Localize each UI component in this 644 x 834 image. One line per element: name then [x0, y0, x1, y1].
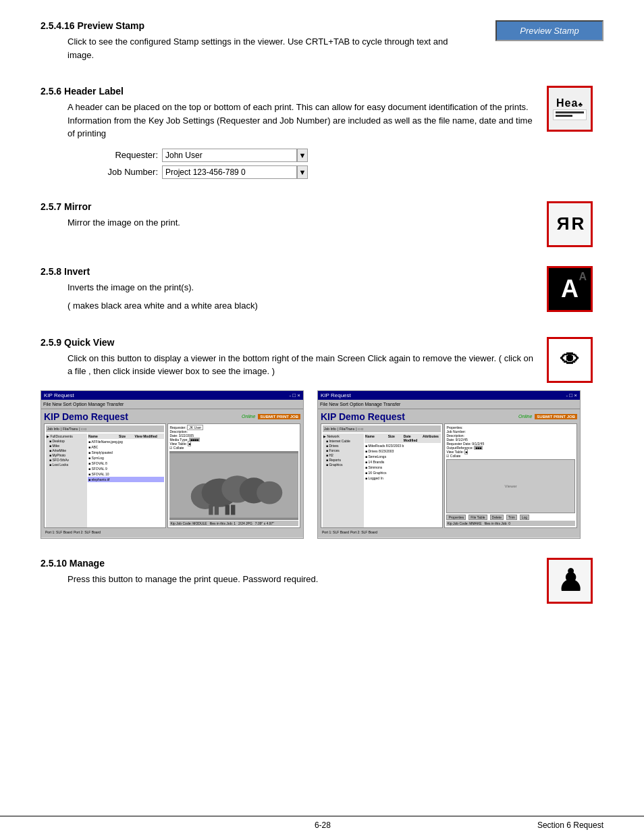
heading-2-5-6: 2.5.6 Header Label [41, 86, 536, 97]
screenshot-1-body: KIP Demo Request Online SUBMIT PRINT JOB… [41, 409, 303, 538]
file2-item-3: ■ SemeLongs [365, 454, 441, 459]
file-item-1: ■ AFFileName.jpeg.jpg [88, 439, 164, 444]
file-item-3: ■ Simply\pasted [88, 450, 164, 455]
heading-2-5-7: 2.5.7 Mirror [41, 201, 536, 212]
requester-row: Requester: ▼ [95, 149, 536, 162]
mirror-icon: Я R [557, 213, 583, 234]
file2-item-5: ■ Simmons [365, 465, 441, 470]
screenshot-1-right-panel: Requester: JK User Description: Date: 3/… [167, 423, 300, 528]
heading-2-5-10: 2.5.10 Manage [41, 558, 536, 569]
tree-item-5: ■ MyPhoto [49, 453, 86, 457]
screenshot-2-title-bar: KIP Request [321, 392, 351, 398]
section-2-5-9: 2.5.9 Quick View Click on this button to… [41, 337, 603, 539]
file-item-4: ■ SymLog [88, 455, 164, 461]
screenshot-2-status-bar: Kip Job Code: MMAKE files in this Job: 0 [446, 521, 575, 526]
body-2-5-4-16: Click to see the configured Stamp settin… [68, 35, 468, 61]
tree2-item-3: ■ Drives [326, 444, 363, 448]
body-2-5-7: Mirror the image on the print. [68, 216, 536, 230]
footer-section-num-val: 6 [566, 820, 571, 830]
header-line-1 [556, 111, 584, 113]
invert-shadow-icon: A [579, 271, 587, 283]
body-2-5-9: Click on this button to display a viewer… [68, 352, 536, 378]
screenshot-1-controls: - □ × [289, 392, 300, 398]
bottom-bar: 6-28 Section 6 Request [0, 816, 644, 834]
file2-item-2: ■ Drives 8/23/2003 [365, 448, 441, 454]
tab-properties: Properties [446, 515, 466, 520]
screenshot-1-toolbar: File New Sort Option Manage Transfer [41, 400, 303, 409]
body-2-5-10: Press this button to manage the print qu… [68, 573, 536, 586]
tree-item-4: ■ ArkeMike [49, 448, 86, 452]
header-label-icon: Hea♣ [547, 86, 593, 132]
tree-item-3: ■ Mike [49, 444, 86, 448]
screenshot-2-controls: - □ × [566, 392, 577, 398]
heading-2-5-4-16: 2.5.4.16 Preview Stamp [41, 20, 468, 31]
file-item-6: ■ SFOVAL 9 [88, 466, 164, 471]
section-2-5-6: 2.5.6 Header Label A header can be place… [41, 86, 603, 182]
requester-dropdown-arrow[interactable]: ▼ [297, 149, 308, 162]
screenshot-2-header: KIP Request - □ × [318, 391, 580, 400]
screenshot-2: KIP Request - □ × File New Sort Option M… [317, 390, 581, 539]
form-fields: Requester: JK User Description: Date: 3/… [169, 425, 203, 450]
tree-item-6: ■ SFO-5thAv [49, 458, 86, 462]
body-2-5-8-2: ( makes black area white and a white are… [68, 299, 536, 313]
manage-icon-box: ♟ [547, 558, 593, 604]
screenshot-1-right-header: Requester: JK User Description: Date: 3/… [169, 425, 298, 450]
file2-list-header: Name Size Date Modified Attributes [365, 434, 441, 443]
elephant-image [169, 451, 298, 520]
file2-item-4: ■ 14 Brandis [365, 459, 441, 465]
section-2-5-7: 2.5.7 Mirror Mirror the image on the pri… [41, 201, 603, 247]
screenshot-1-menu: File New Sort Option Manage Transfer [43, 402, 124, 407]
screenshot-2-tabs: Job Info|File/Trans|□ □ [323, 425, 441, 432]
tree-item-7: ■ Lost Locks [49, 463, 86, 467]
screenshot-2-content: Job Info|File/Trans|□ □ ▶ Network ■ Inte… [321, 423, 577, 528]
screenshot-2-submit-btn: SUBMIT PRINT JOB [535, 414, 577, 419]
requester-label: Requester: [95, 150, 162, 160]
job-number-dropdown-arrow[interactable]: ▼ [297, 165, 308, 179]
tree2-item-6: ■ Reports [326, 458, 363, 462]
screenshot-1-file-list: Name Size View Modified ■ AFFileName.jpe… [88, 434, 164, 528]
field-requester: Requester: JK User [169, 425, 203, 429]
screenshot-2-panels: ▶ Network ■ Internet Cable ■ Drives ■ Fo… [323, 434, 441, 528]
heading-2-5-8: 2.5.8 Invert [41, 266, 536, 277]
screenshot-2-right-panel: Properties: Job Number: Description: Dat… [444, 423, 577, 528]
svg-rect-6 [209, 504, 213, 515]
screenshot-2-left-panel: Job Info|File/Trans|□ □ ▶ Network ■ Inte… [321, 423, 443, 528]
file2-item-1: ■ MikeRoads 8/23/2003 b [365, 443, 441, 448]
section-2-5-10: 2.5.10 Manage Press this button to manag… [41, 558, 603, 604]
screenshot-2-toolbar: File New Sort Option Manage Transfer [318, 400, 580, 409]
screenshot-2-tabs-bottom: Properties File Table Delete Trim Log [446, 515, 575, 520]
footer-tab: Request [573, 820, 603, 830]
chess-piece-icon: ♟ [557, 563, 583, 598]
tree-item-2: ■ Desktop [49, 439, 86, 443]
preview-stamp-button[interactable]: Preview Stamp [495, 20, 603, 41]
screenshot-2-body: KIP Demo Request Online SUBMIT PRINT JOB… [318, 409, 580, 538]
screenshot-1-tabs: Job Info|File/Trans|□ □ [46, 425, 164, 432]
tab-file-table: File Table [468, 515, 487, 520]
tab-log: Log [520, 515, 529, 520]
invert-icon: A [561, 275, 579, 303]
field2-req-date: Requester Date: 9/1/2/45 [446, 442, 484, 446]
screenshot-2-online: Online [518, 414, 532, 419]
file-list-header: Name Size View Modified [88, 434, 164, 439]
mirror-icon-box: Я R [547, 201, 593, 247]
file-item-5: ■ SFOVAL 8 [88, 461, 164, 466]
screenshot-2-viewer-area: Viewer [446, 459, 575, 513]
form2-fields: Properties: Job Number: Description: Dat… [446, 425, 484, 458]
screenshot-1: KIP Request - □ × File New Sort Option M… [41, 390, 304, 539]
eye-icon: 👁 [560, 348, 579, 371]
body-2-5-8-1: Inverts the image on the print(s). [68, 281, 536, 294]
bottom-right: Section 6 Request [537, 820, 603, 830]
file-item-selected: ■ elephants.tif [88, 477, 164, 482]
quick-view-icon-box: 👁 [547, 337, 593, 383]
job-number-input[interactable] [162, 165, 297, 179]
screenshot-1-tree: ▶ FullDocuments ■ Desktop ■ Mike ■ ArkeM… [46, 434, 87, 528]
screenshot-1-online: Online [242, 414, 255, 419]
field-media: Media Type: ■■■■ [169, 438, 203, 442]
screenshot-2-menu: File New Sort Option Manage Transfer [320, 402, 400, 407]
tree2-item-4: ■ Forces [326, 448, 363, 452]
footer-section-label: Section [537, 820, 564, 830]
svg-point-5 [257, 481, 283, 504]
screenshot-1-image-preview [169, 451, 298, 520]
tree2-item-5: ■ H2 [326, 453, 363, 457]
requester-input[interactable] [162, 149, 297, 162]
